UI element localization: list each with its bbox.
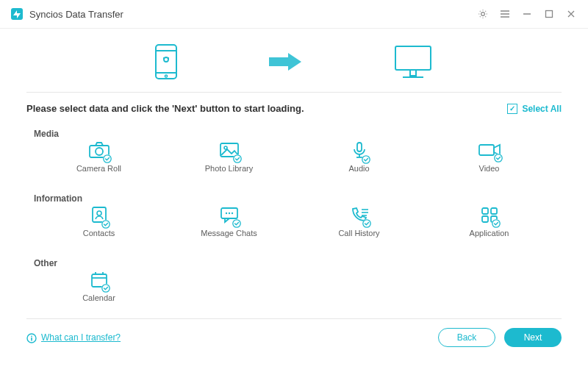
svg-point-25 xyxy=(231,213,232,214)
item-label: Contacts xyxy=(83,229,115,238)
item-label: Calendar xyxy=(82,293,115,302)
back-button-label: Back xyxy=(457,332,477,343)
item-camera-roll[interactable]: Camera Roll xyxy=(34,142,164,185)
svg-rect-19 xyxy=(479,145,494,155)
source-device-icon xyxy=(153,43,179,83)
minimize-icon xyxy=(523,10,531,18)
item-label: Application xyxy=(470,229,509,238)
titlebar: Syncios Data Transfer xyxy=(0,0,588,29)
svg-rect-29 xyxy=(482,208,488,214)
item-label: Video xyxy=(479,164,500,173)
menu-icon xyxy=(500,9,510,19)
gear-icon xyxy=(478,9,488,19)
item-contacts[interactable]: Contacts xyxy=(34,207,164,249)
svg-rect-3 xyxy=(546,11,553,18)
calendar-icon xyxy=(90,271,109,291)
svg-rect-31 xyxy=(482,216,488,222)
message-chats-icon xyxy=(219,206,240,226)
close-button[interactable] xyxy=(563,6,579,22)
help-link-label: What can I transfer? xyxy=(41,332,121,343)
item-label: Audio xyxy=(348,164,369,173)
svg-point-23 xyxy=(225,213,226,214)
app-title: Syncios Data Transfer xyxy=(29,9,123,20)
item-application[interactable]: Application xyxy=(424,207,554,249)
item-video[interactable]: Video xyxy=(424,142,554,185)
checkbox-icon xyxy=(507,104,517,114)
select-all-label: Select All xyxy=(522,104,562,114)
maximize-icon xyxy=(545,10,553,18)
camera-roll-icon xyxy=(88,141,110,162)
svg-point-8 xyxy=(165,75,167,77)
back-button[interactable]: Back xyxy=(438,328,495,347)
instruction-text: Please select data and click the 'Next' … xyxy=(26,103,304,114)
audio-icon xyxy=(350,140,369,162)
call-history-icon xyxy=(349,206,370,226)
item-call-history[interactable]: Call History xyxy=(294,207,424,249)
menu-button[interactable] xyxy=(497,6,513,22)
svg-point-38 xyxy=(31,335,32,337)
photo-library-icon xyxy=(218,141,240,162)
group-label-other: Other xyxy=(34,258,562,268)
help-link[interactable]: What can I transfer? xyxy=(26,332,121,343)
item-message-chats[interactable]: Message Chats xyxy=(164,207,294,249)
close-icon xyxy=(567,10,576,18)
info-icon xyxy=(26,333,37,343)
item-label: Camera Roll xyxy=(76,164,121,173)
minimize-button[interactable] xyxy=(519,6,535,22)
next-button-label: Next xyxy=(524,332,542,343)
group-label-media: Media xyxy=(34,129,562,139)
target-device-icon xyxy=(391,43,435,83)
maximize-button[interactable] xyxy=(541,6,557,22)
next-button[interactable]: Next xyxy=(504,328,562,347)
settings-button[interactable] xyxy=(475,6,491,22)
svg-point-13 xyxy=(96,148,103,155)
contacts-icon xyxy=(90,205,109,227)
svg-rect-39 xyxy=(31,338,32,341)
item-audio[interactable]: Audio xyxy=(294,142,424,185)
svg-rect-9 xyxy=(395,46,431,70)
application-icon xyxy=(480,206,499,226)
svg-point-21 xyxy=(97,211,101,215)
video-icon xyxy=(478,142,501,161)
svg-point-24 xyxy=(228,213,229,214)
svg-rect-30 xyxy=(491,208,497,214)
item-label: Photo Library xyxy=(205,164,253,173)
item-label: Message Chats xyxy=(201,229,257,238)
item-label: Call History xyxy=(338,229,379,238)
select-all-checkbox[interactable]: Select All xyxy=(507,104,562,114)
item-calendar[interactable]: Calendar xyxy=(34,271,164,314)
svg-rect-10 xyxy=(410,70,416,76)
svg-rect-16 xyxy=(357,143,362,151)
arrow-right-icon xyxy=(268,51,303,75)
item-photo-library[interactable]: Photo Library xyxy=(164,142,294,185)
device-flow xyxy=(0,29,588,92)
group-label-information: Information xyxy=(34,193,562,204)
app-logo-icon xyxy=(10,7,24,21)
